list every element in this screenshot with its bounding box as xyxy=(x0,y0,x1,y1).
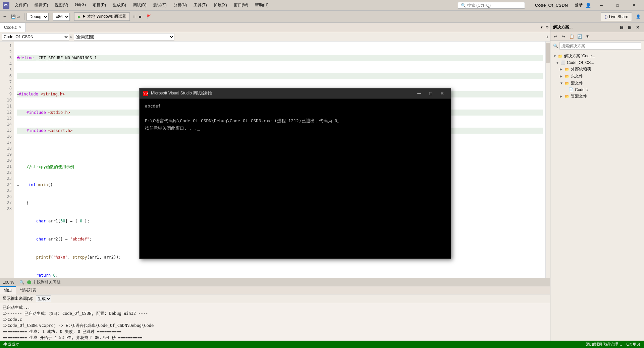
tree-item-project[interactable]: ▼ ⬜ Code_Of_CS... xyxy=(550,60,644,66)
menu-analyze[interactable]: 分析(N) xyxy=(170,1,191,9)
tab-code-c[interactable]: Code.c ✕ xyxy=(0,23,26,32)
menu-build[interactable]: 生成(B) xyxy=(109,1,129,9)
main-layout: Code.c ✕ ▾ ⚙ Code_Of_CSDN ▸ (全局范围) + xyxy=(0,23,644,348)
sol-toolbar-refresh[interactable]: 🔄 xyxy=(576,33,583,40)
minimize-button[interactable]: ─ xyxy=(594,0,609,11)
zoom-level[interactable]: 100 % xyxy=(3,280,14,285)
menu-debug[interactable]: 调试(D) xyxy=(129,1,150,9)
tree-item-code-c[interactable]: 📄 Code.c xyxy=(550,87,644,93)
tab-controls: ▾ ⚙ xyxy=(539,25,550,29)
live-share-icon: ⟨⟩ xyxy=(604,14,608,19)
build-status-label: 生成成功 xyxy=(3,342,19,347)
output-source-select[interactable]: 生成 xyxy=(36,295,51,302)
code-bar-separator: ▸ xyxy=(70,34,72,39)
menu-window[interactable]: 窗口(W) xyxy=(230,1,252,9)
output-line-4: 1>Code_Of_CSDN.vcxproj -> E:\C语言代码库\Code… xyxy=(3,323,547,329)
user-icon[interactable]: 👤 xyxy=(585,3,591,8)
sol-float-button[interactable]: ⊞ xyxy=(626,24,633,31)
tree-arrow-headers: ▶ xyxy=(560,74,563,78)
solution-search-input[interactable] xyxy=(559,42,641,50)
tree-item-resources[interactable]: ▶ 📂 资源文件 xyxy=(550,93,644,100)
tree-item-solution[interactable]: ▼ 📁 解决方案 'Code... xyxy=(550,53,644,60)
line-num-14: 14 xyxy=(2,121,12,127)
tree-item-sources[interactable]: ▼ 📂 源文件 xyxy=(550,80,644,87)
toolbar: ↩ 💾 🗂 Debug x86 ▶ ▶ 本地 Windows 调试器 ⏸ ⏹ 🚩… xyxy=(0,11,644,23)
flag-icon: 🚩 xyxy=(147,14,151,19)
sol-toolbar-forward[interactable]: ↪ xyxy=(560,33,567,40)
run-icon: ▶ xyxy=(78,14,81,19)
toolbar-back-group[interactable]: ↩ xyxy=(1,13,8,20)
search-input[interactable] xyxy=(467,3,521,8)
tab-settings-button[interactable]: ⚙ xyxy=(544,25,550,29)
sol-toolbar-show-all[interactable]: 👁 xyxy=(584,33,591,40)
output-tab-output[interactable]: 输出 xyxy=(0,286,16,294)
menu-test[interactable]: 测试(S) xyxy=(150,1,170,9)
scroll-thumb[interactable] xyxy=(546,43,550,63)
tab-label: Code.c xyxy=(4,25,17,30)
expand-icon[interactable]: + xyxy=(546,34,549,40)
debug-dialog-title-label: Microsoft Visual Studio 调试控制台 xyxy=(151,90,213,96)
member-selector[interactable]: (全局范围) xyxy=(74,33,174,41)
sol-dock-button[interactable]: ⊟ xyxy=(618,24,625,31)
output-tab-errors[interactable]: 错误列表 xyxy=(16,286,40,294)
toolbar-misc-buttons[interactable]: ⏸ ⏹ xyxy=(130,14,144,20)
solution-search: 🔍 xyxy=(550,41,644,51)
menu-help[interactable]: 帮助(H) xyxy=(252,1,272,9)
toolbar-save-group[interactable]: 💾 🗂 xyxy=(9,13,22,20)
dialog-close-button[interactable]: ✕ xyxy=(437,89,447,98)
menu-tools[interactable]: 工具(T) xyxy=(190,1,210,9)
line-num-12: 12 xyxy=(2,109,12,115)
tree-item-headers[interactable]: ▶ 📂 头文件 xyxy=(550,73,644,80)
line-num-9: 9 xyxy=(2,91,12,97)
debug-dialog-content[interactable]: abcdef E:\C语言代码库\Code_Of_CSDN\Debug\Code… xyxy=(140,98,451,259)
dialog-maximize-button[interactable]: □ xyxy=(425,89,436,98)
search-box[interactable]: 🔍 xyxy=(458,2,525,9)
debug-config-select[interactable]: Debug xyxy=(26,13,49,21)
solution-toolbar: ↩ ↪ 📋 🔄 👁 xyxy=(550,32,644,41)
live-share-button[interactable]: ⟨⟩ Live Share xyxy=(601,12,632,21)
login-label[interactable]: 登录 xyxy=(575,2,583,8)
debug-dialog-title-bar: VS Microsoft Visual Studio 调试控制台 ─ □ ✕ xyxy=(140,88,451,98)
line-num-10: 10 xyxy=(2,97,12,103)
line-num-11: 11 xyxy=(2,103,12,109)
close-button[interactable]: ✕ xyxy=(626,0,641,11)
line-num-17: 17 xyxy=(2,139,12,145)
tree-item-ext-deps[interactable]: ▶ 📂 外部依赖项 xyxy=(550,66,644,73)
line-num-8: 8 xyxy=(2,85,12,91)
menu-edit[interactable]: 编辑(E) xyxy=(31,1,51,9)
tab-dropdown-button[interactable]: ▾ xyxy=(539,25,544,29)
git-status-label[interactable]: Git 更改 xyxy=(626,342,641,347)
app-status-bar: 生成成功 添加到源代码管理… Git 更改 xyxy=(0,341,644,348)
live-share-label: Live Share xyxy=(609,14,628,19)
solution-icon: 📁 xyxy=(558,54,563,59)
solution-tree: ▼ 📁 解决方案 'Code... ▼ ⬜ Code_Of_CS... ▶ 📂 … xyxy=(550,51,644,341)
code-c-file-icon: 📄 xyxy=(569,87,574,92)
line-num-4: 4 xyxy=(2,61,12,67)
sol-close-button[interactable]: ✕ xyxy=(634,24,641,31)
tree-label-ext: 外部依赖项 xyxy=(571,66,591,72)
sol-toolbar-back[interactable]: ↩ xyxy=(552,33,559,40)
toolbar-more-buttons[interactable]: 🚩 xyxy=(145,13,153,20)
platform-select[interactable]: x86 xyxy=(53,13,70,21)
debug-output-line-3: E:\C语言代码库\Code_Of_CSDN\Debug\Code_Of_CSD… xyxy=(145,117,445,125)
editor-minimap[interactable] xyxy=(545,42,550,278)
toolbar-user-button[interactable]: 👤 xyxy=(634,13,643,20)
code-line-2 xyxy=(17,73,543,79)
zoom-icon: 🔍 xyxy=(19,280,24,285)
run-label: ▶ 本地 Windows 调试器 xyxy=(82,14,126,19)
maximize-button[interactable]: □ xyxy=(610,0,625,11)
source-control-label[interactable]: 添加到源代码管理… xyxy=(586,342,622,347)
menu-project[interactable]: 项目(P) xyxy=(89,1,109,9)
run-button[interactable]: ▶ ▶ 本地 Windows 调试器 xyxy=(74,12,130,21)
dialog-minimize-button[interactable]: ─ xyxy=(414,89,425,98)
sol-toolbar-props[interactable]: 📋 xyxy=(568,33,575,40)
tab-close-button[interactable]: ✕ xyxy=(19,25,21,29)
menu-view[interactable]: 视图(V) xyxy=(51,1,71,9)
line-num-24: 24 xyxy=(2,182,12,188)
menu-file[interactable]: 文件(F) xyxy=(11,1,31,9)
menu-git[interactable]: Git(G) xyxy=(71,1,89,9)
class-selector[interactable]: Code_Of_CSDN xyxy=(2,33,69,41)
menu-extend[interactable]: 扩展(X) xyxy=(210,1,230,9)
save-icon: 💾 xyxy=(11,14,16,19)
solution-search-icon: 🔍 xyxy=(553,44,558,48)
